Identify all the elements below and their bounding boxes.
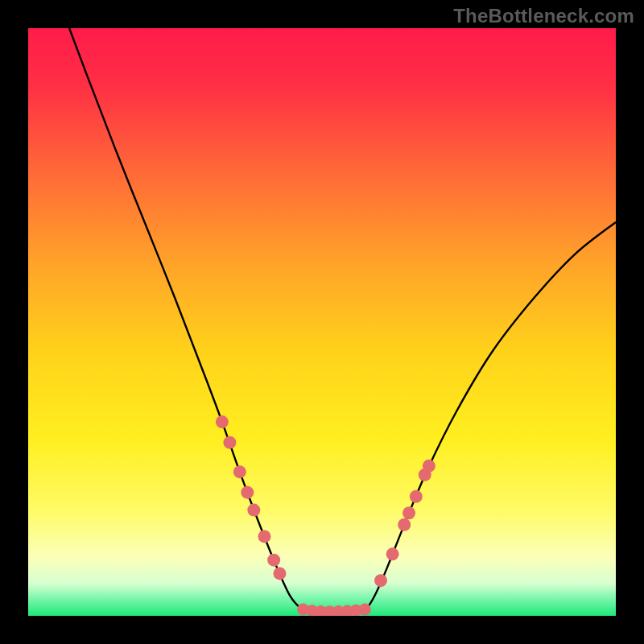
cluster-dot [273, 567, 286, 580]
cluster-dot [386, 547, 399, 560]
cluster-dot [267, 554, 280, 567]
cluster-dot [223, 436, 236, 449]
chart-svg [28, 28, 616, 616]
watermark-text: TheBottleneck.com [453, 5, 634, 27]
plot-area [28, 28, 616, 616]
cluster-dot [410, 490, 423, 503]
cluster-dot [402, 506, 415, 519]
cluster-dot [233, 465, 246, 478]
chart-frame: TheBottleneck.com [0, 0, 644, 644]
cluster-dot [247, 504, 260, 517]
floor-dot [359, 603, 371, 615]
cluster-dot [258, 530, 270, 543]
cluster-dot [216, 415, 229, 428]
cluster-dot [374, 574, 387, 587]
cluster-dot [398, 518, 411, 531]
cluster-dot [241, 486, 254, 499]
cluster-dot [423, 460, 436, 473]
chart-background [28, 28, 616, 616]
